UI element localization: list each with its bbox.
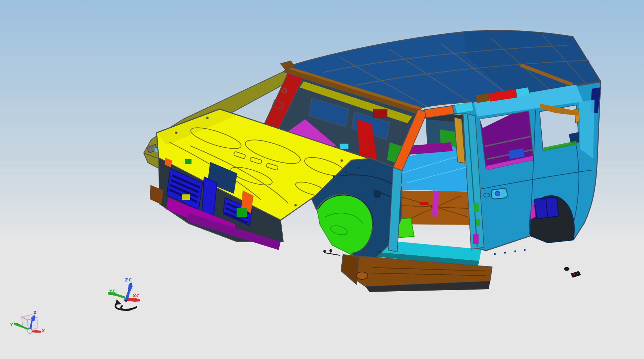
wcs-triad[interactable]: ZC YC XC: [108, 277, 140, 310]
rear-wheelhouse[interactable]: [534, 197, 559, 219]
small-bracket-pins: [324, 250, 340, 255]
view-x-axis-arrow[interactable]: [31, 330, 41, 333]
wcs-rotate-arrowhead[interactable]: [115, 299, 121, 305]
viewport-canvas[interactable]: ZC YC XC Z Y X: [0, 0, 644, 359]
rear-door-window[interactable]: [480, 111, 534, 170]
wcs-zc-label: ZC: [125, 277, 132, 282]
view-y-label: Y: [10, 322, 13, 327]
wcs-yc-label: YC: [109, 289, 116, 294]
weld-dots: [494, 249, 526, 255]
view-orientation-triad[interactable]: Z Y X: [10, 310, 45, 334]
loose-parts[interactable]: [564, 267, 581, 278]
triad-origin-sphere[interactable]: [28, 329, 32, 334]
wcs-xc-label: XC: [133, 293, 140, 298]
view-z-label: Z: [34, 310, 37, 315]
cad-graphics-window[interactable]: ZC YC XC Z Y X: [0, 0, 644, 359]
view-x-label: X: [42, 329, 45, 333]
